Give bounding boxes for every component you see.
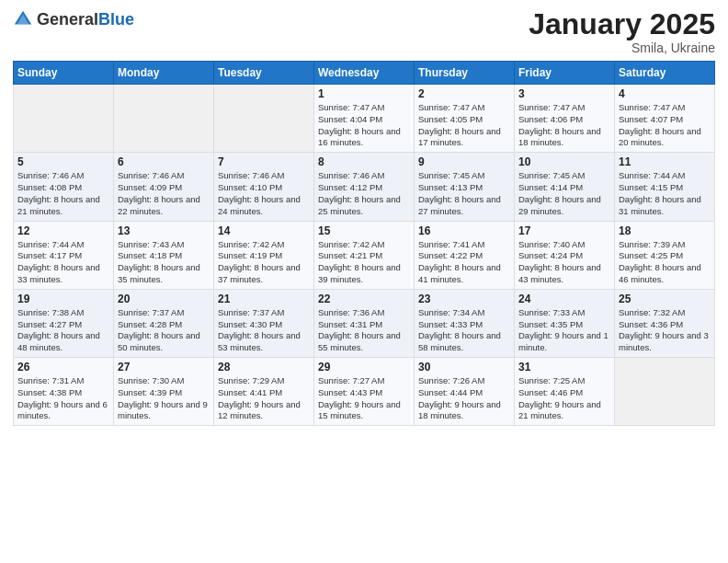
calendar-header-row: SundayMondayTuesdayWednesdayThursdayFrid… xyxy=(14,62,715,85)
calendar-week-row: 1Sunrise: 7:47 AM Sunset: 4:04 PM Daylig… xyxy=(14,85,715,153)
calendar-week-row: 5Sunrise: 7:46 AM Sunset: 4:08 PM Daylig… xyxy=(14,153,715,221)
calendar-cell: 10Sunrise: 7:45 AM Sunset: 4:14 PM Dayli… xyxy=(515,153,615,221)
weekday-header: Wednesday xyxy=(314,62,415,85)
calendar-cell xyxy=(214,85,314,153)
location-subtitle: Smila, Ukraine xyxy=(529,40,715,55)
day-number: 26 xyxy=(17,361,109,373)
calendar-table: SundayMondayTuesdayWednesdayThursdayFrid… xyxy=(13,61,715,426)
day-number: 17 xyxy=(518,224,610,237)
day-number: 5 xyxy=(17,155,109,168)
calendar-cell: 14Sunrise: 7:42 AM Sunset: 4:19 PM Dayli… xyxy=(214,221,314,289)
day-info: Sunrise: 7:42 AM Sunset: 4:19 PM Dayligh… xyxy=(218,239,310,286)
day-info: Sunrise: 7:45 AM Sunset: 4:14 PM Dayligh… xyxy=(518,170,610,217)
calendar-cell: 23Sunrise: 7:34 AM Sunset: 4:33 PM Dayli… xyxy=(415,289,515,357)
day-info: Sunrise: 7:36 AM Sunset: 4:31 PM Dayligh… xyxy=(318,307,410,354)
page-header: GeneralBlue January 2025 Smila, Ukraine xyxy=(13,9,715,55)
calendar-cell: 9Sunrise: 7:45 AM Sunset: 4:13 PM Daylig… xyxy=(415,153,515,221)
weekday-header: Saturday xyxy=(615,62,715,85)
calendar-week-row: 12Sunrise: 7:44 AM Sunset: 4:17 PM Dayli… xyxy=(14,221,715,289)
day-number: 30 xyxy=(418,361,510,373)
calendar-cell: 7Sunrise: 7:46 AM Sunset: 4:10 PM Daylig… xyxy=(214,153,314,221)
weekday-header: Friday xyxy=(515,62,615,85)
day-number: 21 xyxy=(218,293,310,305)
calendar-cell: 20Sunrise: 7:37 AM Sunset: 4:28 PM Dayli… xyxy=(114,289,214,357)
calendar-cell xyxy=(14,85,114,153)
day-info: Sunrise: 7:47 AM Sunset: 4:07 PM Dayligh… xyxy=(619,102,711,149)
day-number: 3 xyxy=(518,87,610,100)
day-info: Sunrise: 7:46 AM Sunset: 4:09 PM Dayligh… xyxy=(118,170,210,217)
calendar-cell: 1Sunrise: 7:47 AM Sunset: 4:04 PM Daylig… xyxy=(314,85,415,153)
day-number: 1 xyxy=(318,87,410,100)
day-info: Sunrise: 7:47 AM Sunset: 4:05 PM Dayligh… xyxy=(418,102,510,149)
day-info: Sunrise: 7:27 AM Sunset: 4:43 PM Dayligh… xyxy=(318,375,410,422)
calendar-cell: 17Sunrise: 7:40 AM Sunset: 4:24 PM Dayli… xyxy=(515,221,615,289)
day-number: 14 xyxy=(218,224,310,237)
calendar-cell: 25Sunrise: 7:32 AM Sunset: 4:36 PM Dayli… xyxy=(615,289,715,357)
day-number: 20 xyxy=(118,293,210,305)
day-number: 9 xyxy=(418,155,510,168)
logo-icon xyxy=(13,9,33,29)
calendar-cell: 24Sunrise: 7:33 AM Sunset: 4:35 PM Dayli… xyxy=(515,289,615,357)
day-number: 4 xyxy=(619,87,711,100)
calendar-cell: 16Sunrise: 7:41 AM Sunset: 4:22 PM Dayli… xyxy=(415,221,515,289)
day-number: 24 xyxy=(518,293,610,305)
day-number: 15 xyxy=(318,224,410,237)
day-info: Sunrise: 7:33 AM Sunset: 4:35 PM Dayligh… xyxy=(518,307,610,354)
calendar-cell: 28Sunrise: 7:29 AM Sunset: 4:41 PM Dayli… xyxy=(214,358,314,426)
day-info: Sunrise: 7:44 AM Sunset: 4:15 PM Dayligh… xyxy=(619,170,711,217)
day-info: Sunrise: 7:32 AM Sunset: 4:36 PM Dayligh… xyxy=(619,307,711,354)
day-number: 13 xyxy=(118,224,210,237)
day-number: 16 xyxy=(418,224,510,237)
day-info: Sunrise: 7:46 AM Sunset: 4:10 PM Dayligh… xyxy=(218,170,310,217)
day-number: 19 xyxy=(17,293,109,305)
calendar-cell: 22Sunrise: 7:36 AM Sunset: 4:31 PM Dayli… xyxy=(314,289,415,357)
calendar-cell: 2Sunrise: 7:47 AM Sunset: 4:05 PM Daylig… xyxy=(415,85,515,153)
day-number: 18 xyxy=(619,224,711,237)
day-number: 25 xyxy=(619,293,711,305)
day-number: 31 xyxy=(518,361,610,373)
weekday-header: Tuesday xyxy=(214,62,314,85)
calendar-cell: 29Sunrise: 7:27 AM Sunset: 4:43 PM Dayli… xyxy=(314,358,415,426)
day-info: Sunrise: 7:34 AM Sunset: 4:33 PM Dayligh… xyxy=(418,307,510,354)
calendar-cell: 26Sunrise: 7:31 AM Sunset: 4:38 PM Dayli… xyxy=(14,358,114,426)
calendar-cell: 27Sunrise: 7:30 AM Sunset: 4:39 PM Dayli… xyxy=(114,358,214,426)
day-number: 11 xyxy=(619,155,711,168)
title-block: January 2025 Smila, Ukraine xyxy=(529,9,715,55)
calendar-cell xyxy=(114,85,214,153)
day-info: Sunrise: 7:43 AM Sunset: 4:18 PM Dayligh… xyxy=(118,239,210,286)
day-info: Sunrise: 7:37 AM Sunset: 4:28 PM Dayligh… xyxy=(118,307,210,354)
calendar-week-row: 19Sunrise: 7:38 AM Sunset: 4:27 PM Dayli… xyxy=(14,289,715,357)
day-info: Sunrise: 7:41 AM Sunset: 4:22 PM Dayligh… xyxy=(418,239,510,286)
day-number: 12 xyxy=(17,224,109,237)
day-number: 7 xyxy=(218,155,310,168)
day-info: Sunrise: 7:30 AM Sunset: 4:39 PM Dayligh… xyxy=(118,375,210,422)
day-number: 2 xyxy=(418,87,510,100)
calendar-cell: 12Sunrise: 7:44 AM Sunset: 4:17 PM Dayli… xyxy=(14,221,114,289)
day-info: Sunrise: 7:39 AM Sunset: 4:25 PM Dayligh… xyxy=(619,239,711,286)
day-info: Sunrise: 7:29 AM Sunset: 4:41 PM Dayligh… xyxy=(218,375,310,422)
day-number: 22 xyxy=(318,293,410,305)
weekday-header: Thursday xyxy=(415,62,515,85)
calendar-cell: 13Sunrise: 7:43 AM Sunset: 4:18 PM Dayli… xyxy=(114,221,214,289)
day-number: 23 xyxy=(418,293,510,305)
calendar-cell: 15Sunrise: 7:42 AM Sunset: 4:21 PM Dayli… xyxy=(314,221,415,289)
day-info: Sunrise: 7:45 AM Sunset: 4:13 PM Dayligh… xyxy=(418,170,510,217)
calendar-cell: 31Sunrise: 7:25 AM Sunset: 4:46 PM Dayli… xyxy=(515,358,615,426)
weekday-header: Sunday xyxy=(14,62,114,85)
day-info: Sunrise: 7:25 AM Sunset: 4:46 PM Dayligh… xyxy=(518,375,610,422)
calendar-cell: 8Sunrise: 7:46 AM Sunset: 4:12 PM Daylig… xyxy=(314,153,415,221)
day-number: 6 xyxy=(118,155,210,168)
calendar-cell: 30Sunrise: 7:26 AM Sunset: 4:44 PM Dayli… xyxy=(415,358,515,426)
day-number: 10 xyxy=(518,155,610,168)
day-info: Sunrise: 7:47 AM Sunset: 4:04 PM Dayligh… xyxy=(318,102,410,149)
day-number: 29 xyxy=(318,361,410,373)
day-info: Sunrise: 7:46 AM Sunset: 4:12 PM Dayligh… xyxy=(318,170,410,217)
calendar-cell: 4Sunrise: 7:47 AM Sunset: 4:07 PM Daylig… xyxy=(615,85,715,153)
calendar-week-row: 26Sunrise: 7:31 AM Sunset: 4:38 PM Dayli… xyxy=(14,358,715,426)
day-info: Sunrise: 7:46 AM Sunset: 4:08 PM Dayligh… xyxy=(17,170,109,217)
day-info: Sunrise: 7:38 AM Sunset: 4:27 PM Dayligh… xyxy=(17,307,109,354)
logo-text-blue: Blue xyxy=(98,10,134,29)
day-info: Sunrise: 7:37 AM Sunset: 4:30 PM Dayligh… xyxy=(218,307,310,354)
calendar-cell: 5Sunrise: 7:46 AM Sunset: 4:08 PM Daylig… xyxy=(14,153,114,221)
weekday-header: Monday xyxy=(114,62,214,85)
